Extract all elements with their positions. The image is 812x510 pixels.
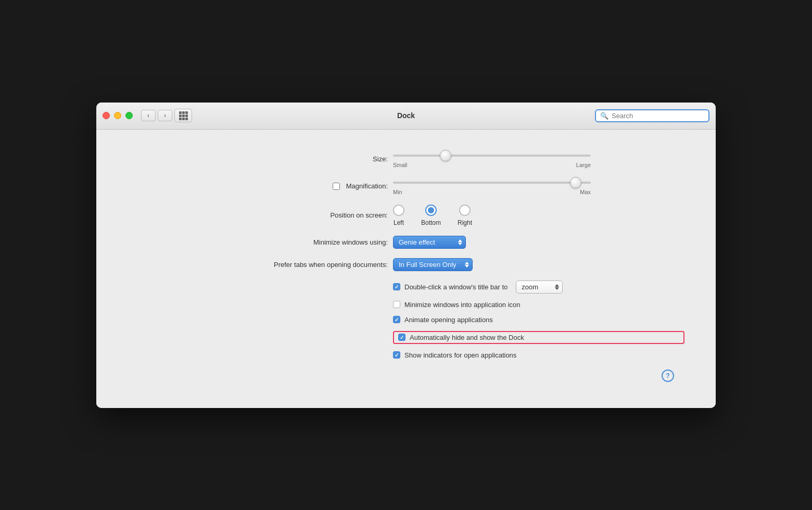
auto-hide-checkbox[interactable] [398, 334, 405, 341]
size-min-label: Small [393, 162, 408, 168]
zoom-select[interactable]: zoom [516, 280, 563, 294]
animate-checkbox[interactable] [393, 316, 400, 323]
size-slider[interactable] [393, 155, 591, 157]
minimize-controls: Genie effect [388, 236, 684, 249]
auto-hide-label: Automatically hide and show the Dock [410, 334, 524, 341]
magnification-slider-container: Min Max [393, 177, 591, 195]
magnification-max-label: Max [580, 189, 591, 195]
position-right[interactable]: Right [458, 205, 472, 226]
tabs-select-arrow [465, 262, 469, 267]
magnification-controls: Min Max [388, 177, 684, 195]
checkbox-minimize-icon: Minimize windows into application icon [393, 301, 684, 309]
magnification-min-label: Min [393, 189, 402, 195]
close-button[interactable] [103, 112, 110, 119]
tabs-section: Prefer tabs when opening documents: In F… [128, 258, 684, 271]
position-bottom-dot [428, 207, 434, 213]
position-left-label: Left [394, 219, 404, 226]
magnification-slider-labels: Min Max [393, 189, 591, 195]
titlebar: ‹ › Dock 🔍 [96, 103, 716, 130]
zoom-select-value: zoom [522, 283, 538, 291]
tabs-label: Prefer tabs when opening documents: [128, 261, 388, 269]
size-label: Size: [128, 155, 388, 163]
checkboxes-section: Double-click a window's title bar to zoo… [393, 280, 684, 359]
search-icon: 🔍 [600, 112, 608, 120]
position-radio-group: Left Bottom Right [393, 205, 472, 226]
content-area: Size: Small Large Magnification: [96, 130, 716, 408]
minimize-select-value: Genie effect [399, 238, 435, 246]
double-click-label: Double-click a window's title bar to [404, 283, 508, 291]
position-left-radio[interactable] [393, 205, 404, 216]
position-label: Position on screen: [128, 211, 388, 219]
search-box[interactable]: 🔍 [595, 109, 709, 122]
position-section: Position on screen: Left Bottom [128, 205, 684, 226]
position-right-label: Right [458, 219, 472, 226]
minimize-select[interactable]: Genie effect [393, 236, 466, 249]
magnification-slider[interactable] [393, 182, 591, 184]
search-input[interactable] [612, 112, 704, 120]
minimize-icon-checkbox[interactable] [393, 301, 400, 308]
traffic-lights [103, 112, 133, 119]
checkbox-show-indicators: Show indicators for open applications [393, 351, 684, 359]
animate-label: Animate opening applications [404, 316, 493, 324]
double-click-checkbox[interactable] [393, 283, 400, 290]
tabs-select-value: In Full Screen Only [399, 261, 456, 269]
minimize-select-arrow [458, 239, 462, 245]
checkbox-auto-hide-highlighted: Automatically hide and show the Dock [393, 331, 684, 344]
grid-view-button[interactable] [174, 109, 192, 122]
tabs-controls: In Full Screen Only [388, 258, 684, 271]
magnification-checkbox[interactable] [333, 183, 340, 190]
forward-button[interactable]: › [158, 110, 172, 121]
preferences-window: ‹ › Dock 🔍 Size: Small [96, 103, 716, 408]
size-slider-container: Small Large [393, 150, 591, 168]
position-right-radio[interactable] [459, 205, 471, 216]
size-section: Size: Small Large [128, 150, 684, 168]
position-left[interactable]: Left [393, 205, 404, 226]
minimize-label: Minimize windows using: [128, 238, 388, 246]
maximize-button[interactable] [125, 112, 133, 119]
position-bottom-radio[interactable] [425, 205, 437, 216]
size-max-label: Large [576, 162, 591, 168]
magnification-label-group: Magnification: [128, 182, 388, 190]
position-bottom-label: Bottom [421, 219, 441, 226]
position-controls: Left Bottom Right [388, 205, 684, 226]
nav-buttons: ‹ › [141, 110, 172, 121]
grid-icon [179, 111, 188, 120]
minimize-button[interactable] [114, 112, 121, 119]
minimize-section: Minimize windows using: Genie effect [128, 236, 684, 249]
back-button[interactable]: ‹ [141, 110, 156, 121]
size-controls: Small Large [388, 150, 684, 168]
minimize-icon-label: Minimize windows into application icon [404, 301, 521, 309]
window-title: Dock [397, 111, 415, 120]
magnification-label: Magnification: [346, 182, 388, 190]
tabs-select[interactable]: In Full Screen Only [393, 258, 473, 271]
position-bottom[interactable]: Bottom [421, 205, 441, 226]
zoom-select-arrow [555, 284, 559, 290]
checkbox-animate: Animate opening applications [393, 316, 684, 324]
show-indicators-label: Show indicators for open applications [404, 351, 516, 359]
size-slider-labels: Small Large [393, 162, 591, 168]
magnification-section: Magnification: Min Max [128, 177, 684, 195]
show-indicators-checkbox[interactable] [393, 351, 400, 359]
checkbox-double-click: Double-click a window's title bar to zoo… [393, 280, 684, 294]
help-button[interactable]: ? [662, 369, 674, 382]
